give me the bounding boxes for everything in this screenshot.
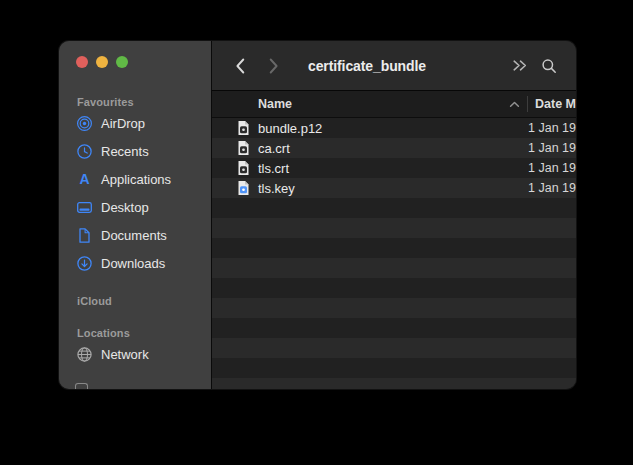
- empty-row: [212, 318, 576, 338]
- file-name: tls.key: [258, 181, 295, 196]
- sidebar-item-label: Recents: [101, 144, 149, 159]
- empty-row: [212, 258, 576, 278]
- file-date: 1 Jan 19: [528, 181, 576, 195]
- clock-icon: [76, 143, 93, 160]
- column-header-date-modified[interactable]: Date Modified: [535, 91, 576, 117]
- download-circle-icon: [76, 255, 93, 272]
- sidebar-item-desktop[interactable]: Desktop: [59, 193, 211, 221]
- sidebar-nav: Favourites AirDrop: [59, 95, 211, 368]
- column-header-name[interactable]: Name: [258, 91, 292, 117]
- sidebar-item-label: Documents: [101, 228, 167, 243]
- sidebar-item-label: Downloads: [101, 256, 165, 271]
- desktop-icon: [76, 199, 93, 216]
- toolbar-overflow-button[interactable]: [508, 41, 530, 90]
- partial-sidebar-icon: [75, 383, 88, 389]
- forward-button[interactable]: [264, 41, 284, 90]
- empty-row: [212, 358, 576, 378]
- document-icon: [76, 227, 93, 244]
- sidebar-item-downloads[interactable]: Downloads: [59, 249, 211, 277]
- sidebar-item-applications[interactable]: A Applications: [59, 165, 211, 193]
- chevron-left-icon: [234, 57, 246, 75]
- sidebar-item-recents[interactable]: Recents: [59, 137, 211, 165]
- sidebar-item-label: AirDrop: [101, 116, 145, 131]
- sidebar-item-label: Applications: [101, 172, 171, 187]
- sidebar-section-locations: Locations: [59, 326, 211, 340]
- sidebar-item-network[interactable]: Network: [59, 340, 211, 368]
- sidebar-section-icloud: iCloud: [59, 294, 211, 308]
- svg-text:A: A: [79, 171, 89, 187]
- file-row-ca-crt[interactable]: ca.crt 1 Jan 19: [212, 138, 576, 158]
- binary-file-icon: [237, 160, 250, 176]
- file-name: bundle.p12: [258, 121, 322, 136]
- traffic-lights: [76, 56, 128, 68]
- back-button[interactable]: [230, 41, 250, 90]
- file-name: ca.crt: [258, 141, 290, 156]
- file-name: tls.crt: [258, 161, 289, 176]
- sidebar-section-favourites: Favourites: [59, 95, 211, 109]
- sidebar-item-label: Network: [101, 347, 149, 362]
- letter-a-icon: A: [76, 171, 93, 188]
- file-date: 1 Jan 19: [528, 161, 576, 175]
- chevron-right-icon: [268, 57, 280, 75]
- search-icon: [541, 58, 557, 74]
- empty-row: [212, 198, 576, 218]
- file-list: bundle.p12 1 Jan 19 ca.crt 1 Jan 19: [212, 118, 576, 389]
- main-pane: certificate_bundle Name Date M: [211, 41, 576, 389]
- sidebar-item-airdrop[interactable]: AirDrop: [59, 109, 211, 137]
- window-title: certificate_bundle: [282, 41, 452, 90]
- empty-row: [212, 278, 576, 298]
- sort-ascending-icon: [509, 101, 520, 108]
- file-date: 1 Jan 19: [528, 141, 576, 155]
- empty-row: [212, 298, 576, 318]
- binary-file-icon: [237, 120, 250, 136]
- double-chevron-right-icon: [510, 58, 529, 73]
- sidebar-item-documents[interactable]: Documents: [59, 221, 211, 249]
- empty-row: [212, 238, 576, 258]
- toolbar: certificate_bundle: [212, 41, 576, 91]
- globe-icon: [76, 346, 93, 363]
- airdrop-icon: [76, 115, 93, 132]
- sidebar-item-label: Desktop: [101, 200, 149, 215]
- minimize-button[interactable]: [96, 56, 108, 68]
- file-date: 1 Jan 19: [528, 121, 576, 135]
- column-divider[interactable]: [527, 96, 528, 112]
- sidebar: Favourites AirDrop: [59, 41, 211, 389]
- key-file-icon: [237, 180, 250, 196]
- empty-row: [212, 218, 576, 238]
- file-row-tls-crt[interactable]: tls.crt 1 Jan 19: [212, 158, 576, 178]
- file-row-tls-key[interactable]: tls.key 1 Jan 19: [212, 178, 576, 198]
- close-button[interactable]: [76, 56, 88, 68]
- empty-row: [212, 378, 576, 389]
- zoom-button[interactable]: [116, 56, 128, 68]
- finder-window: Favourites AirDrop: [59, 41, 576, 389]
- list-header: Name Date Modified: [212, 91, 576, 118]
- binary-file-icon: [237, 140, 250, 156]
- search-button[interactable]: [538, 41, 560, 90]
- empty-row: [212, 338, 576, 358]
- file-row-bundle-p12[interactable]: bundle.p12 1 Jan 19: [212, 118, 576, 138]
